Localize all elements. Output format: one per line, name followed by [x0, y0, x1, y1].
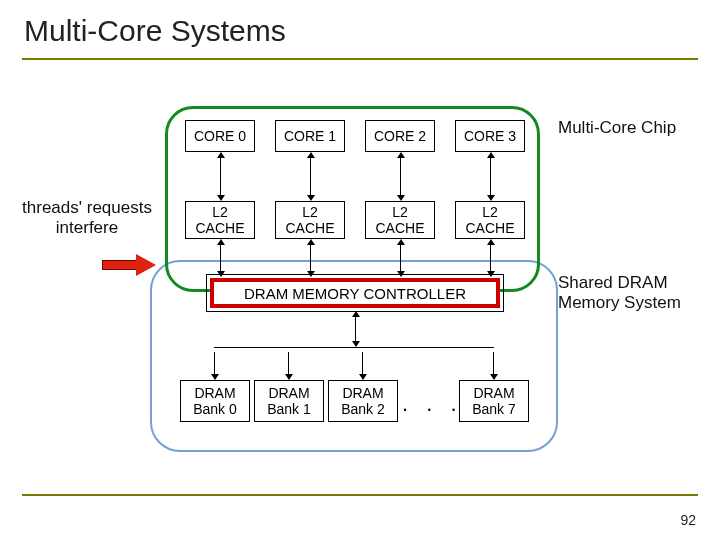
conn-core0-l2 — [220, 157, 221, 196]
conn-core3-l2 — [490, 157, 491, 196]
dram-bank-0: DRAM Bank 0 — [180, 380, 250, 422]
core-2: CORE 2 — [365, 120, 435, 152]
core-3: CORE 3 — [455, 120, 525, 152]
conn-bus-bank1 — [288, 352, 289, 375]
l2-cache-3: L2 CACHE — [455, 201, 525, 239]
conn-core1-l2 — [310, 157, 311, 196]
interference-arrow-icon — [102, 254, 156, 276]
core-0: CORE 0 — [185, 120, 255, 152]
page-number: 92 — [680, 512, 696, 528]
conn-l2-2-mem — [400, 244, 401, 272]
conn-l2-3-mem — [490, 244, 491, 272]
conn-l2-0-mem — [220, 244, 221, 272]
dram-bank-1: DRAM Bank 1 — [254, 380, 324, 422]
label-threads-interfere: threads' requests interfere — [12, 198, 162, 238]
label-multi-core-chip: Multi-Core Chip — [558, 118, 678, 138]
rule-bottom — [22, 494, 698, 496]
l2-cache-1: L2 CACHE — [275, 201, 345, 239]
conn-l2-1-mem — [310, 244, 311, 272]
dram-bank-2: DRAM Bank 2 — [328, 380, 398, 422]
conn-bus-bank2 — [362, 352, 363, 375]
ellipsis: . . . — [402, 391, 463, 417]
dram-bus — [214, 347, 494, 348]
diagram-stage: CORE 0 CORE 1 CORE 2 CORE 3 L2 CACHE L2 … — [0, 58, 720, 494]
label-shared-dram: Shared DRAM Memory System — [558, 273, 708, 313]
l2-cache-2: L2 CACHE — [365, 201, 435, 239]
core-1: CORE 1 — [275, 120, 345, 152]
conn-bus-bank7 — [493, 352, 494, 375]
conn-memctrl-bus — [355, 316, 356, 342]
dram-bank-7: DRAM Bank 7 — [459, 380, 529, 422]
slide-title: Multi-Core Systems — [0, 0, 720, 54]
l2-cache-0: L2 CACHE — [185, 201, 255, 239]
conn-core2-l2 — [400, 157, 401, 196]
conn-bus-bank0 — [214, 352, 215, 375]
dram-memory-controller: DRAM MEMORY CONTROLLER — [210, 278, 500, 308]
